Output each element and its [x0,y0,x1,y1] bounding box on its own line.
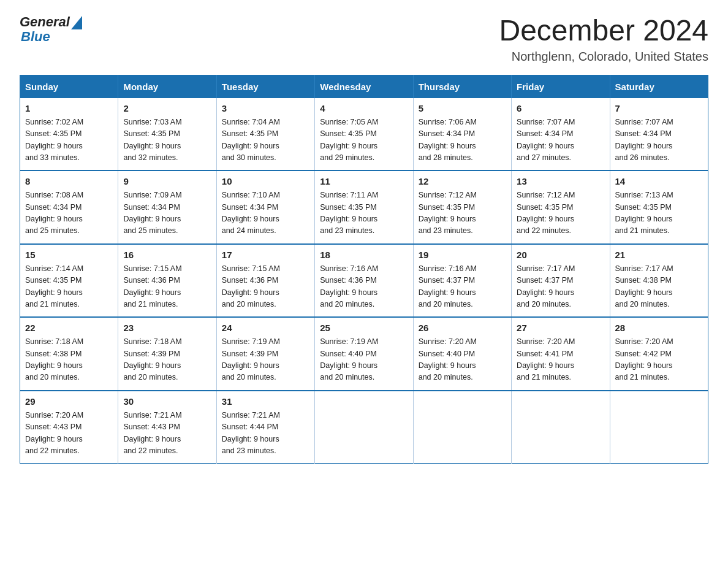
day-number: 29 [25,396,113,407]
calendar-cell: 27 Sunrise: 7:20 AM Sunset: 4:41 PM Dayl… [512,317,610,391]
calendar-cell: 4 Sunrise: 7:05 AM Sunset: 4:35 PM Dayli… [315,98,413,171]
day-info: Sunrise: 7:20 AM Sunset: 4:43 PM Dayligh… [25,410,113,458]
calendar-cell: 10 Sunrise: 7:10 AM Sunset: 4:34 PM Dayl… [216,170,314,244]
calendar-cell: 16 Sunrise: 7:15 AM Sunset: 4:36 PM Dayl… [118,244,216,318]
calendar-cell [610,391,708,464]
day-number: 12 [419,176,506,186]
calendar-cell: 28 Sunrise: 7:20 AM Sunset: 4:42 PM Dayl… [610,317,708,391]
calendar-header-tuesday: Tuesday [216,75,314,98]
calendar-cell: 8 Sunrise: 7:08 AM Sunset: 4:34 PM Dayli… [20,170,118,244]
day-number: 23 [123,323,211,333]
calendar-cell: 23 Sunrise: 7:18 AM Sunset: 4:39 PM Dayl… [118,317,216,391]
calendar-cell [315,391,413,464]
day-number: 13 [517,176,604,186]
day-info: Sunrise: 7:20 AM Sunset: 4:40 PM Dayligh… [419,336,506,384]
day-number: 1 [25,103,113,113]
calendar-cell: 3 Sunrise: 7:04 AM Sunset: 4:35 PM Dayli… [216,98,314,171]
calendar-cell [512,391,610,464]
day-number: 19 [419,250,506,260]
day-info: Sunrise: 7:12 AM Sunset: 4:35 PM Dayligh… [517,190,604,237]
day-number: 11 [320,176,408,186]
day-info: Sunrise: 7:02 AM Sunset: 4:35 PM Dayligh… [25,117,113,164]
calendar-cell: 5 Sunrise: 7:06 AM Sunset: 4:34 PM Dayli… [413,98,511,171]
day-number: 4 [320,103,408,113]
location-subtitle: Northglenn, Colorado, United States [499,50,708,64]
day-number: 16 [123,250,211,260]
calendar-header-monday: Monday [118,75,216,98]
calendar-header-row: SundayMondayTuesdayWednesdayThursdayFrid… [20,75,708,98]
day-info: Sunrise: 7:20 AM Sunset: 4:42 PM Dayligh… [615,336,703,384]
calendar-cell: 29 Sunrise: 7:20 AM Sunset: 4:43 PM Dayl… [20,391,118,464]
calendar-header-sunday: Sunday [20,75,118,98]
calendar-cell: 22 Sunrise: 7:18 AM Sunset: 4:38 PM Dayl… [20,317,118,391]
day-info: Sunrise: 7:15 AM Sunset: 4:36 PM Dayligh… [123,263,211,311]
day-number: 10 [222,176,309,186]
day-info: Sunrise: 7:19 AM Sunset: 4:39 PM Dayligh… [222,336,309,384]
day-info: Sunrise: 7:14 AM Sunset: 4:35 PM Dayligh… [25,263,113,311]
calendar-cell: 1 Sunrise: 7:02 AM Sunset: 4:35 PM Dayli… [20,98,118,171]
day-number: 28 [615,323,703,333]
day-info: Sunrise: 7:05 AM Sunset: 4:35 PM Dayligh… [320,117,408,164]
day-number: 24 [222,323,309,333]
calendar-header-wednesday: Wednesday [315,75,413,98]
calendar-cell: 25 Sunrise: 7:19 AM Sunset: 4:40 PM Dayl… [315,317,413,391]
day-info: Sunrise: 7:04 AM Sunset: 4:35 PM Dayligh… [222,117,309,164]
calendar-cell: 6 Sunrise: 7:07 AM Sunset: 4:34 PM Dayli… [512,98,610,171]
calendar-week-1: 1 Sunrise: 7:02 AM Sunset: 4:35 PM Dayli… [20,98,708,171]
calendar-cell: 30 Sunrise: 7:21 AM Sunset: 4:43 PM Dayl… [118,391,216,464]
day-info: Sunrise: 7:10 AM Sunset: 4:34 PM Dayligh… [222,190,309,237]
day-info: Sunrise: 7:21 AM Sunset: 4:44 PM Dayligh… [222,410,309,458]
title-block: December 2024 Northglenn, Colorado, Unit… [499,15,708,64]
calendar-cell: 11 Sunrise: 7:11 AM Sunset: 4:35 PM Dayl… [315,170,413,244]
day-number: 7 [615,103,703,113]
day-number: 15 [25,250,113,260]
day-number: 2 [123,103,211,113]
day-number: 9 [123,176,211,186]
day-info: Sunrise: 7:16 AM Sunset: 4:36 PM Dayligh… [320,263,408,311]
calendar-cell: 18 Sunrise: 7:16 AM Sunset: 4:36 PM Dayl… [315,244,413,318]
calendar-header-saturday: Saturday [610,75,708,98]
calendar-table: SundayMondayTuesdayWednesdayThursdayFrid… [20,75,708,464]
logo-arrow-icon [71,16,82,29]
calendar-header-thursday: Thursday [413,75,511,98]
day-info: Sunrise: 7:12 AM Sunset: 4:35 PM Dayligh… [419,190,506,237]
calendar-cell: 7 Sunrise: 7:07 AM Sunset: 4:34 PM Dayli… [610,98,708,171]
calendar-cell: 20 Sunrise: 7:17 AM Sunset: 4:37 PM Dayl… [512,244,610,318]
svg-marker-0 [71,16,82,29]
day-info: Sunrise: 7:18 AM Sunset: 4:38 PM Dayligh… [25,336,113,384]
day-number: 21 [615,250,703,260]
day-info: Sunrise: 7:21 AM Sunset: 4:43 PM Dayligh… [123,410,211,458]
day-number: 26 [419,323,506,333]
day-info: Sunrise: 7:06 AM Sunset: 4:34 PM Dayligh… [419,117,506,164]
calendar-cell: 17 Sunrise: 7:15 AM Sunset: 4:36 PM Dayl… [216,244,314,318]
day-number: 18 [320,250,408,260]
day-number: 30 [123,396,211,407]
day-info: Sunrise: 7:15 AM Sunset: 4:36 PM Dayligh… [222,263,309,311]
calendar-cell: 24 Sunrise: 7:19 AM Sunset: 4:39 PM Dayl… [216,317,314,391]
calendar-cell: 21 Sunrise: 7:17 AM Sunset: 4:38 PM Dayl… [610,244,708,318]
calendar-cell [413,391,511,464]
calendar-cell: 12 Sunrise: 7:12 AM Sunset: 4:35 PM Dayl… [413,170,511,244]
day-info: Sunrise: 7:20 AM Sunset: 4:41 PM Dayligh… [517,336,604,384]
logo-general-text: General [20,15,70,29]
day-info: Sunrise: 7:16 AM Sunset: 4:37 PM Dayligh… [419,263,506,311]
calendar-cell: 31 Sunrise: 7:21 AM Sunset: 4:44 PM Dayl… [216,391,314,464]
day-number: 14 [615,176,703,186]
day-number: 8 [25,176,113,186]
day-number: 5 [419,103,506,113]
day-info: Sunrise: 7:17 AM Sunset: 4:37 PM Dayligh… [517,263,604,311]
calendar-cell: 2 Sunrise: 7:03 AM Sunset: 4:35 PM Dayli… [118,98,216,171]
day-info: Sunrise: 7:18 AM Sunset: 4:39 PM Dayligh… [123,336,211,384]
calendar-week-5: 29 Sunrise: 7:20 AM Sunset: 4:43 PM Dayl… [20,391,708,464]
day-info: Sunrise: 7:17 AM Sunset: 4:38 PM Dayligh… [615,263,703,311]
calendar-cell: 15 Sunrise: 7:14 AM Sunset: 4:35 PM Dayl… [20,244,118,318]
day-info: Sunrise: 7:19 AM Sunset: 4:40 PM Dayligh… [320,336,408,384]
day-info: Sunrise: 7:11 AM Sunset: 4:35 PM Dayligh… [320,190,408,237]
day-info: Sunrise: 7:03 AM Sunset: 4:35 PM Dayligh… [123,117,211,164]
day-number: 22 [25,323,113,333]
day-info: Sunrise: 7:13 AM Sunset: 4:35 PM Dayligh… [615,190,703,237]
calendar-cell: 9 Sunrise: 7:09 AM Sunset: 4:34 PM Dayli… [118,170,216,244]
calendar-cell: 19 Sunrise: 7:16 AM Sunset: 4:37 PM Dayl… [413,244,511,318]
day-info: Sunrise: 7:08 AM Sunset: 4:34 PM Dayligh… [25,190,113,237]
month-title: December 2024 [499,15,708,47]
